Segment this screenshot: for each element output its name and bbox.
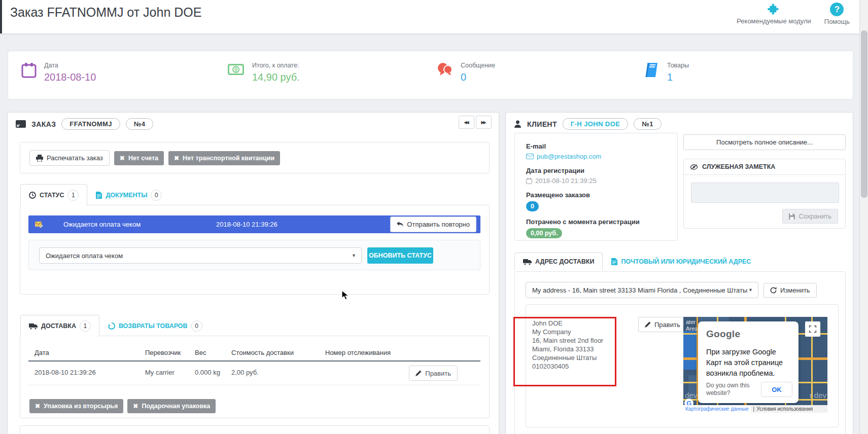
order-actions-box: Распечатать заказ ✖Нет счета ✖Нет трансп… bbox=[20, 142, 490, 173]
pencil-icon bbox=[415, 370, 422, 376]
kpi-total-due: 0 Итого, к оплате: 14,90 руб. bbox=[227, 62, 300, 83]
status-tab-content: Ожидается оплата чеком 2018-08-10 21:39:… bbox=[20, 205, 490, 295]
kpi-value[interactable]: 0 bbox=[461, 71, 495, 83]
view-full-profile-button[interactable]: Посмотреть полное описание... bbox=[683, 134, 846, 150]
customer-panel: КЛИЕНТ Г-Н JOHN DOE №1 E-mail pub@presta… bbox=[505, 112, 853, 434]
map-watermark: dev bbox=[685, 391, 697, 400]
map-fullscreen-button[interactable] bbox=[805, 321, 820, 337]
tab-documents[interactable]: ДОКУМЕНТЫ 0 bbox=[87, 184, 170, 206]
terms-link[interactable]: Условия использования bbox=[756, 406, 813, 412]
private-note-box: СЛУЖЕБНАЯ ЗАМЕТКА Сохранить bbox=[683, 159, 846, 229]
tab-shipping-address[interactable]: АДРЕС ДОСТАВКИ bbox=[514, 252, 603, 270]
order-status-select[interactable]: Ожидается оплата чеком ▼ bbox=[39, 247, 362, 264]
google-map[interactable]: ater Area dev r dev Google При загрузке … bbox=[683, 317, 827, 413]
no-invoice-chip: ✖Нет счета bbox=[114, 151, 164, 165]
book-icon bbox=[645, 62, 659, 78]
column-header: Номер отслеживания bbox=[325, 349, 391, 356]
sidebar-edge bbox=[0, 0, 2, 33]
document-icon bbox=[96, 192, 102, 199]
column-header: Дата bbox=[34, 349, 49, 356]
order-reference-pill: FFATNOMMJ bbox=[61, 118, 120, 130]
address-select[interactable]: My address - 16, Main street 33133 Miami… bbox=[526, 282, 758, 298]
shipping-address-content: My address - 16, Main street 33133 Miami… bbox=[514, 271, 846, 434]
tab-returns[interactable]: ВОЗВРАТЫ ТОВАРОВ 0 bbox=[99, 315, 211, 337]
page-scrollbar[interactable] bbox=[859, 0, 868, 434]
close-icon: ✖ bbox=[174, 155, 179, 162]
order-panel: ЗАКАЗ FFATNOMMJ №4 ◀◀ ▶▶ Распечатать зак… bbox=[7, 112, 499, 434]
kpi-value[interactable]: 1 bbox=[667, 71, 689, 83]
svg-text:0: 0 bbox=[234, 67, 237, 73]
change-address-button[interactable]: Изменить bbox=[763, 283, 817, 298]
edit-shipping-button[interactable]: Править bbox=[409, 366, 458, 381]
shipping-table: Дата Перевозчик Вес Стоимость доставки Н… bbox=[28, 345, 480, 385]
tab-invoice-address[interactable]: ПОЧТОВЫЙ ИЛИ ЮРИДИЧЕСКИЙ АДРЕС bbox=[603, 252, 759, 270]
money-icon: 0 bbox=[227, 62, 245, 77]
save-note-button[interactable]: Сохранить bbox=[782, 209, 838, 224]
customer-number-pill: №1 bbox=[634, 118, 662, 130]
help-icon: ? bbox=[830, 3, 844, 16]
order-number-pill: №4 bbox=[126, 118, 154, 130]
map-error-message: При загрузке Google Карт на этой страниц… bbox=[706, 347, 790, 379]
kpi-label: Итого, к оплате: bbox=[252, 62, 300, 69]
customer-email-link[interactable]: pub@prestashop.com bbox=[537, 153, 601, 160]
private-note-label: СЛУЖЕБНАЯ ЗАМЕТКА bbox=[702, 163, 775, 170]
customer-name-pill[interactable]: Г-Н JOHN DOE bbox=[563, 118, 628, 130]
pencil-icon bbox=[645, 321, 651, 328]
divider: | bbox=[753, 406, 755, 412]
total-spent-badge: 0,00 руб. bbox=[526, 228, 562, 238]
next-order-button[interactable]: ▶▶ bbox=[476, 116, 492, 129]
kpi-label: Дата bbox=[44, 62, 96, 69]
order-panel-title: ЗАКАЗ bbox=[31, 120, 56, 128]
double-arrow-left-icon: ◀◀ bbox=[464, 120, 468, 125]
shipping-date: 2018-08-10 21:39:26 bbox=[34, 369, 96, 376]
registration-date: 2018-08-10 21:39:25 bbox=[535, 177, 597, 185]
status-mail-icon bbox=[35, 221, 43, 228]
ok-button[interactable]: OK bbox=[761, 382, 792, 397]
calendar-small-icon bbox=[526, 178, 532, 184]
edit-address-button[interactable]: Править bbox=[638, 317, 687, 332]
kpi-value: 2018-08-10 bbox=[44, 71, 96, 83]
registration-label: Дата регистрации bbox=[526, 167, 666, 174]
order-kpi-bar: Дата 2018-08-10 0 Итого, к оплате: 14,90… bbox=[8, 51, 853, 99]
address-display-box: John DOE My Company 16, Main street 2nd … bbox=[526, 304, 839, 427]
no-delivery-slip-chip: ✖Нет транспортной квитанции bbox=[168, 151, 280, 165]
refresh-icon bbox=[770, 287, 777, 294]
returns-count-badge: 0 bbox=[191, 320, 202, 332]
envelope-icon bbox=[526, 154, 534, 159]
update-status-button[interactable]: ОБНОВИТЬ СТАТУС bbox=[367, 247, 433, 264]
google-logo: Google bbox=[706, 329, 790, 340]
private-note-input[interactable] bbox=[691, 183, 839, 203]
gift-wrapping-chip: ✖Подарочная упаковка bbox=[127, 399, 216, 413]
top-header-bar: Заказ FFATNOMMJ от John DOE Рекомендуемы… bbox=[0, 0, 868, 33]
email-label: E-mail bbox=[526, 142, 666, 150]
clock-icon bbox=[29, 192, 36, 199]
resend-email-button[interactable]: Отправить повторно bbox=[390, 216, 476, 232]
kpi-products: Товары 1 bbox=[645, 62, 689, 83]
truck-icon bbox=[523, 259, 532, 265]
document-icon bbox=[611, 258, 617, 265]
map-data-link[interactable]: Картографические данные bbox=[683, 405, 751, 413]
help-button[interactable]: ? Помощь bbox=[824, 3, 850, 25]
recommended-modules-button[interactable]: Рекомендуемые модули bbox=[737, 3, 811, 25]
caret-down-icon: ▼ bbox=[352, 253, 356, 258]
person-icon bbox=[514, 120, 522, 128]
tab-status[interactable]: СТАТУС 1 bbox=[20, 184, 87, 206]
order-detail-page: Заказ FFATNOMMJ от John DOE Рекомендуемы… bbox=[0, 0, 868, 434]
customer-info-card: E-mail pub@prestashop.com Дата регистрац… bbox=[514, 133, 678, 241]
close-icon: ✖ bbox=[133, 403, 138, 410]
eye-slash-icon bbox=[690, 164, 698, 170]
print-order-button[interactable]: Распечатать заказ bbox=[29, 150, 110, 166]
status-name: Ожидается оплата чеком bbox=[63, 221, 141, 228]
previous-order-button[interactable]: ◀◀ bbox=[459, 116, 474, 129]
tab-shipping[interactable]: ДОСТАВКА 1 bbox=[20, 315, 99, 337]
scrollbar-thumb[interactable] bbox=[861, 30, 867, 198]
column-header: Вес bbox=[195, 349, 206, 356]
shipping-weight: 0.000 kg bbox=[195, 369, 220, 376]
own-website-text: Do you own this website? bbox=[706, 382, 755, 397]
status-date: 2018-08-10 21:39:26 bbox=[216, 221, 277, 228]
printer-icon bbox=[36, 155, 43, 162]
shipping-carrier: My carrier bbox=[145, 369, 175, 376]
chat-icon bbox=[437, 62, 453, 77]
total-spent-label: Потрачено с момента регистрации bbox=[526, 218, 666, 226]
close-icon: ✖ bbox=[120, 155, 125, 162]
